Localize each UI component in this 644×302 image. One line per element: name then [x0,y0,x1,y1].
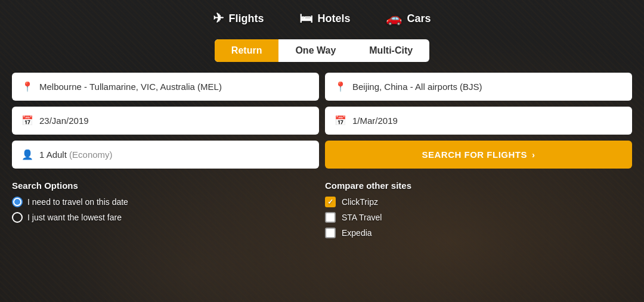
passengers-search-row: 👤 1 Adult (Economy) SEARCH FOR FLIGHTS › [12,141,632,169]
checkbox-clicktripz-label: ClickTripz [342,197,378,207]
nav-cars[interactable]: 🚗 Cars [386,11,431,26]
depart-date-icon: 📅 [21,115,33,126]
destination-icon: 📍 [335,81,346,92]
radio-lowest-fare[interactable]: I just want the lowest fare [12,212,319,223]
nav-flights-label: Flights [228,13,264,25]
route-row: 📍 Melbourne - Tullamarine, VIC, Australi… [12,73,632,101]
tab-return[interactable]: Return [215,39,279,62]
checkbox-clicktripz[interactable]: ClickTripz [325,197,632,207]
checkbox-expedia[interactable]: Expedia [325,228,632,238]
origin-value: Melbourne - Tullamarine, VIC, Australia … [39,82,222,92]
nav-flights[interactable]: ✈ Flights [213,11,264,26]
search-button-label: SEARCH FOR FLIGHTS [422,150,528,160]
tab-one-way[interactable]: One Way [278,39,352,62]
radio-lowest-fare-indicator [12,212,23,223]
checkbox-sta-travel-label: STA Travel [342,213,382,222]
radio-on-date-label: I need to travel on this date [27,197,128,207]
passengers-class: (Economy) [69,150,113,160]
radio-lowest-fare-label: I just want the lowest fare [27,213,122,222]
nav-hotels-label: Hotels [317,13,350,25]
return-date-value: 1/Mar/2019 [352,116,398,126]
compare-sites-title: Compare other sites [325,180,632,191]
origin-field[interactable]: 📍 Melbourne - Tullamarine, VIC, Australi… [12,73,319,101]
flights-icon: ✈ [213,11,224,26]
nav-hotels[interactable]: 🛏 Hotels [299,11,350,26]
depart-date-field[interactable]: 📅 23/Jan/2019 [12,107,319,135]
passengers-field[interactable]: 👤 1 Adult (Economy) [12,141,319,169]
search-button[interactable]: SEARCH FOR FLIGHTS › [325,141,632,169]
cars-icon: 🚗 [386,11,402,26]
top-nav: ✈ Flights 🛏 Hotels 🚗 Cars [12,0,632,33]
dates-row: 📅 23/Jan/2019 📅 1/Mar/2019 [12,107,632,135]
return-date-icon: 📅 [335,115,346,126]
nav-cars-label: Cars [407,13,431,25]
tab-multi-city[interactable]: Multi-City [352,39,429,62]
search-form: 📍 Melbourne - Tullamarine, VIC, Australi… [12,73,632,175]
trip-tabs: Return One Way Multi-City [215,39,429,62]
origin-icon: 📍 [21,81,33,92]
depart-date-value: 23/Jan/2019 [39,116,89,126]
options-row: Search Options I need to travel on this … [12,180,632,243]
radio-on-date-indicator [12,197,23,207]
passengers-value: 1 Adult (Economy) [39,150,113,160]
return-date-field[interactable]: 📅 1/Mar/2019 [325,107,632,135]
search-options-title: Search Options [12,180,319,191]
radio-on-date[interactable]: I need to travel on this date [12,197,319,207]
hotels-icon: 🛏 [299,11,312,26]
passengers-icon: 👤 [21,149,33,160]
compare-sites: Compare other sites ClickTripz STA Trave… [325,180,632,243]
checkbox-sta-travel[interactable]: STA Travel [325,212,632,223]
destination-value: Beijing, China - All airports (BJS) [352,82,482,92]
checkbox-expedia-label: Expedia [342,228,372,238]
checkbox-sta-travel-box [325,212,336,223]
search-chevron: › [532,150,535,160]
checkbox-clicktripz-box [325,197,336,207]
checkbox-expedia-box [325,228,336,238]
destination-field[interactable]: 📍 Beijing, China - All airports (BJS) [325,73,632,101]
search-options: Search Options I need to travel on this … [12,180,319,243]
